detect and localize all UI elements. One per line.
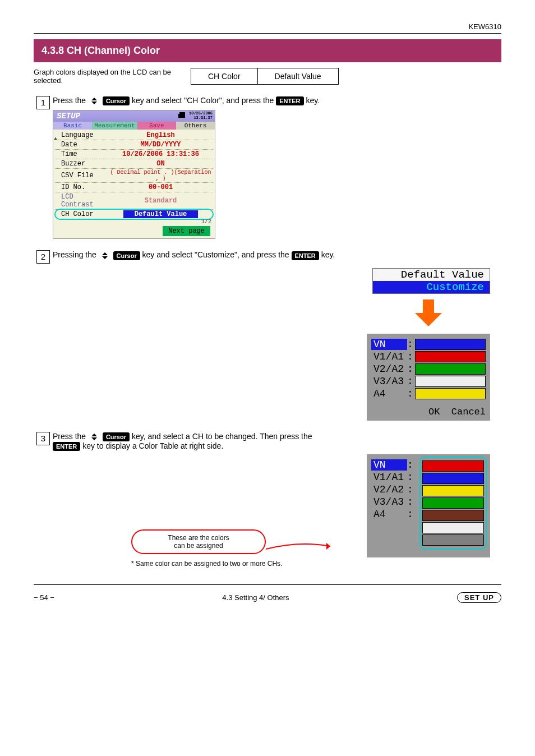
intro-text: Graph colors displayed on the LCD can be… — [34, 68, 191, 85]
step-number: 3 — [36, 432, 50, 445]
step-1: 1 Press the Cursor key and select "CH Co… — [34, 96, 501, 239]
up-down-icon — [99, 252, 111, 260]
text: key. — [306, 96, 320, 105]
ch-v2a2[interactable]: V2/A2 — [371, 363, 407, 375]
enter-key-label: ENTER — [53, 442, 80, 451]
color-option-green[interactable] — [422, 497, 484, 509]
section-banner: 4.3.8 CH (Channel) Color — [34, 39, 501, 62]
row-value: ( Decimal point . )(Separation , ) — [109, 169, 213, 182]
setting-default: Default Value — [257, 68, 338, 85]
header-model: KEW6310 — [34, 22, 501, 31]
callout-leader-line — [266, 541, 333, 557]
device-time: 13:31:37 — [193, 116, 213, 120]
page-number: − 54 − — [34, 593, 54, 602]
swatch-v1 — [415, 351, 486, 362]
svg-marker-8 — [91, 437, 97, 440]
footnote: * Same color can be assigned to two or m… — [131, 560, 501, 568]
row-label: LCD Contrast — [56, 193, 109, 209]
enter-key-label: ENTER — [292, 251, 319, 260]
scroll-up-icon: ▲ — [54, 136, 57, 142]
cursor-key-label: Cursor — [113, 251, 140, 260]
cancel-button[interactable]: Cancel — [451, 407, 486, 417]
svg-marker-1 — [91, 102, 97, 104]
option-default[interactable]: Default Value — [373, 269, 490, 281]
color-option-yellow[interactable] — [422, 485, 484, 496]
up-down-icon — [88, 97, 100, 105]
ok-button[interactable]: OK — [428, 407, 440, 417]
svg-marker-0 — [91, 98, 97, 100]
step-number: 2 — [36, 250, 50, 264]
device-date: 10/26/2006 — [189, 111, 213, 116]
svg-rect-2 — [178, 114, 185, 118]
step-2: 2 Pressing the Cursor key and select "Cu… — [34, 250, 501, 420]
down-arrow-icon — [413, 297, 444, 329]
svg-marker-4 — [102, 252, 108, 255]
channel-color-panel: VN: V1/A1: V2/A2: V3/A3: A4: OK Cancel — [367, 334, 490, 421]
swatch-v3 — [415, 376, 486, 387]
svg-marker-6 — [415, 299, 442, 326]
swatch-v2 — [415, 363, 486, 375]
ch-v3a3[interactable]: V3/A3 — [371, 496, 407, 508]
row-label: Date — [56, 141, 109, 149]
enter-key-label: ENTER — [276, 96, 303, 105]
color-option-blue[interactable] — [422, 473, 484, 484]
color-option-white[interactable] — [422, 522, 484, 533]
device-title: SETUP — [57, 112, 80, 121]
bottom-rule — [34, 584, 501, 585]
text: Press the — [53, 96, 86, 105]
top-rule — [34, 33, 501, 34]
callout-bubble: These are the colors can be assigned — [131, 529, 266, 554]
row-label-chcolor: CH Color — [56, 210, 109, 218]
row-label: Language — [56, 131, 109, 139]
ch-a4[interactable]: A4 — [371, 509, 407, 520]
text: key and select "Customize", and press th… — [142, 250, 289, 259]
device-screenshot: SETUP 10/26/2006 13:31:37 Basic Measurem… — [53, 110, 215, 239]
row-label: CSV File — [56, 172, 109, 179]
page-count: 1/2 — [53, 219, 215, 225]
setup-badge: SET UP — [457, 592, 501, 603]
cursor-key-label: Cursor — [103, 432, 130, 441]
row-label: Buzzer — [56, 160, 109, 168]
next-page-button[interactable]: Next page — [163, 226, 210, 236]
text: key to display a Color Table at right si… — [82, 441, 223, 450]
cf-card-icon — [178, 112, 187, 120]
swatch-a4 — [415, 388, 486, 399]
tab-basic[interactable]: Basic — [53, 122, 92, 130]
row-label: Time — [56, 150, 109, 158]
ch-a4[interactable]: A4 — [371, 388, 407, 399]
row-label: ID No. — [56, 183, 109, 191]
row-value: English — [109, 131, 213, 139]
ch-v1a1[interactable]: V1/A1 — [371, 472, 407, 483]
row-value-chcolor[interactable]: Default Value — [123, 210, 199, 218]
ch-vn[interactable]: VN — [371, 459, 407, 471]
text: key. — [321, 250, 335, 259]
text: key, and select a CH to be changed. Then… — [132, 432, 312, 441]
svg-marker-9 — [326, 543, 330, 550]
cursor-key-label: Cursor — [103, 96, 130, 105]
ch-v3a3[interactable]: V3/A3 — [371, 376, 407, 387]
row-value: MM/DD/YYYY — [109, 141, 213, 149]
up-down-icon — [88, 433, 100, 441]
row-value: 00-001 — [109, 183, 213, 191]
color-option-gray[interactable] — [422, 534, 484, 546]
channel-color-panel-picker: VN: V1/A1: V2/A2: V3/A3: A4: — [367, 454, 490, 557]
text: Press the — [53, 432, 86, 441]
ch-vn[interactable]: VN — [371, 339, 407, 350]
option-dropdown: Default Value Customize — [372, 268, 490, 294]
color-option-red[interactable] — [422, 460, 484, 472]
svg-marker-5 — [102, 256, 108, 259]
option-customize[interactable]: Customize — [373, 281, 490, 293]
ch-v2a2[interactable]: V2/A2 — [371, 484, 407, 495]
color-table-popup — [419, 457, 487, 550]
row-value: 10/26/2006 13:31:36 — [109, 150, 213, 158]
step-3: 3 Press the Cursor key, and select a CH … — [34, 432, 501, 568]
svg-rect-3 — [179, 112, 185, 114]
text: Pressing the — [53, 250, 96, 259]
tab-measurement[interactable]: Measurement — [92, 122, 137, 130]
color-option-brown[interactable] — [422, 510, 484, 521]
ch-v1a1[interactable]: V1/A1 — [371, 351, 407, 362]
row-value: Standard — [109, 197, 213, 205]
tab-others[interactable]: Others — [176, 122, 215, 130]
tab-save[interactable]: Save — [137, 122, 176, 130]
swatch-vn — [415, 339, 486, 350]
